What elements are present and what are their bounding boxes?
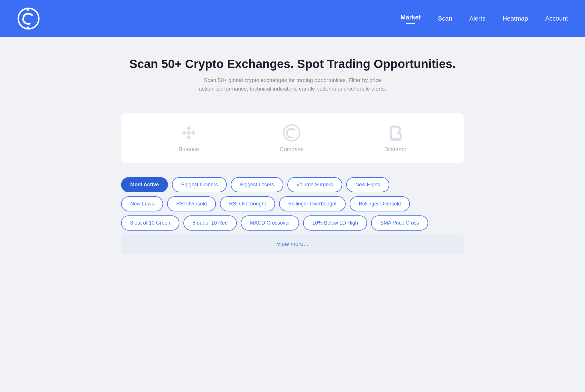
exchange-bitstamp-label: Bitstamp (384, 146, 406, 153)
filter-8-out-of-10-red[interactable]: 8 out of 10 Red (183, 215, 237, 231)
svg-marker-4 (182, 131, 187, 135)
hero-title: Scan 50+ Crypto Exchanges. Spot Trading … (6, 57, 579, 71)
logo-icon (17, 7, 40, 30)
nav-item-alerts[interactable]: Alerts (469, 15, 485, 22)
exchange-coinbase-label: Coinbase (280, 146, 304, 153)
svg-rect-1 (27, 8, 29, 11)
binance-icon (180, 124, 198, 142)
nav-item-scan[interactable]: Scan (438, 15, 452, 22)
filter-10pct-below-1d-high[interactable]: 10% Below 1D High (303, 215, 367, 231)
filter-sma-price-cross[interactable]: SMA Price Cross (371, 215, 428, 231)
filter-rsi-oversold[interactable]: RSI Oversold (167, 196, 216, 211)
hero-section: Scan 50+ Crypto Exchanges. Spot Trading … (0, 37, 585, 105)
filter-biggest-gainers[interactable]: Biggest Gainers (172, 177, 227, 192)
filter-bollinger-overbought[interactable]: Bollinger Overbought (279, 196, 346, 211)
filter-most-active[interactable]: Most Active (121, 177, 168, 192)
header: Market Scan Alerts Heatmap Account (0, 0, 585, 37)
exchange-coinbase[interactable]: Coinbase (280, 124, 304, 153)
svg-rect-10 (390, 140, 401, 141)
exchange-bitstamp[interactable]: Bitstamp (384, 124, 406, 153)
svg-point-0 (18, 8, 39, 29)
svg-rect-9 (390, 127, 392, 139)
nav-item-account[interactable]: Account (545, 15, 568, 22)
filter-new-lows[interactable]: New Lows (121, 196, 163, 211)
filter-macd-crossover[interactable]: MACD Crossover (241, 215, 299, 231)
logo[interactable] (17, 7, 40, 30)
filter-row-2: New Lows RSI Oversold RSI Overbought Bol… (121, 196, 464, 211)
filters-section: Most Active Biggest Gainers Biggest Lose… (121, 171, 464, 231)
nav-item-heatmap[interactable]: Heatmap (502, 15, 528, 22)
exchange-binance[interactable]: Binance (179, 124, 199, 153)
coinbase-icon (283, 124, 301, 142)
svg-marker-6 (191, 131, 196, 135)
main-nav: Market Scan Alerts Heatmap Account (400, 14, 568, 24)
svg-marker-3 (187, 126, 191, 131)
filter-volume-surgers[interactable]: Volume Surgers (287, 177, 342, 192)
filter-bollinger-oversold[interactable]: Bollinger Oversold (350, 196, 410, 211)
svg-rect-2 (27, 27, 29, 29)
hero-subtitle: Scan 50+ global crypto exchanges for tra… (195, 76, 390, 93)
exchange-binance-label: Binance (179, 146, 199, 153)
svg-marker-5 (187, 131, 191, 135)
filter-row-3: 8 out of 10 Green 8 out of 10 Red MACD C… (121, 215, 464, 231)
svg-marker-7 (187, 135, 191, 140)
filter-row-1: Most Active Biggest Gainers Biggest Lose… (121, 177, 464, 192)
nav-item-market[interactable]: Market (400, 14, 421, 24)
filter-8-out-of-10-green[interactable]: 8 out of 10 Green (121, 215, 179, 231)
view-more-bar: View more... (121, 235, 464, 254)
exchanges-section: Binance Coinbase Bitstamp (121, 113, 464, 163)
nav-active-underline (406, 23, 415, 24)
view-more-link[interactable]: View more... (277, 241, 308, 247)
filter-rsi-overbought[interactable]: RSI Overbought (220, 196, 275, 211)
bitstamp-icon (386, 124, 404, 142)
filter-biggest-losers[interactable]: Biggest Losers (231, 177, 283, 192)
filter-new-highs[interactable]: New Highs (346, 177, 389, 192)
